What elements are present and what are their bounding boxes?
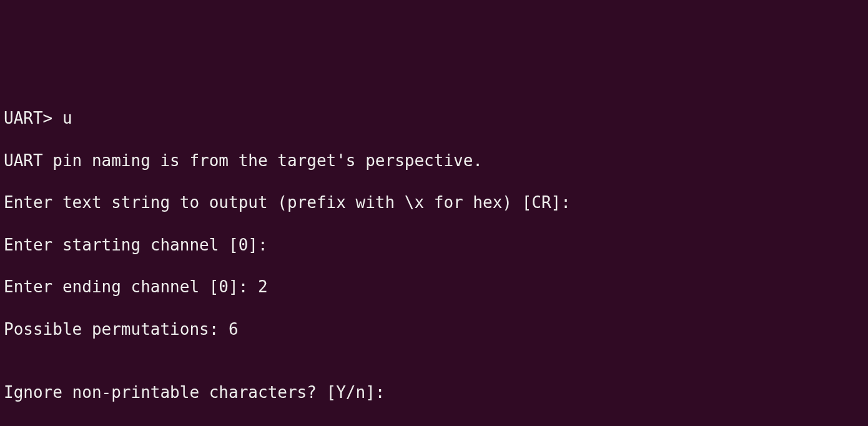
terminal-line: Enter ending channel [0]: 2 [4,277,864,298]
terminal-line: Enter starting channel [0]: [4,235,864,256]
terminal-line: UART> u [4,108,864,129]
terminal-line: Possible permutations: 6 [4,319,864,340]
terminal-line: Ignore non-printable characters? [Y/n]: [4,382,864,404]
terminal-line: Enter text string to output (prefix with… [4,192,864,214]
terminal-line: UART pin naming is from the target's per… [4,151,864,172]
terminal-output[interactable]: UART> u UART pin naming is from the targ… [4,87,864,426]
